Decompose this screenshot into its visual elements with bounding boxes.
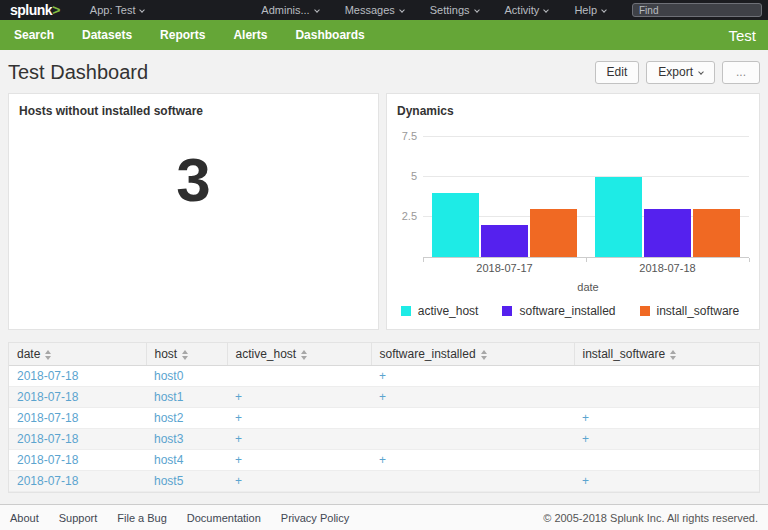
- bar-software-installed-2018-07-18[interactable]: [644, 209, 691, 257]
- table-cell-software-installed: [371, 408, 574, 429]
- table-cell-install-software: [574, 450, 759, 471]
- footer-links: AboutSupportFile a BugDocumentationPriva…: [10, 512, 369, 524]
- bar-groups: [423, 126, 749, 257]
- table-cell-date: 2018-07-18: [9, 450, 146, 471]
- topbar-menu-settings[interactable]: Settings: [430, 4, 479, 16]
- legend-item-active-host[interactable]: active_host: [401, 304, 479, 318]
- cell-link[interactable]: host0: [154, 369, 183, 383]
- footer-link-privacy-policy[interactable]: Privacy Policy: [281, 512, 349, 524]
- nav-item-dashboards[interactable]: Dashboards: [281, 20, 378, 50]
- cell-link[interactable]: host2: [154, 411, 183, 425]
- export-button-label: Export: [658, 65, 693, 79]
- legend-item-install-software[interactable]: install_software: [640, 304, 740, 318]
- chevron-down-icon: [601, 7, 607, 13]
- y-tick-label: 7.5: [389, 130, 417, 142]
- x-tick-label-2018-07-17: 2018-07-17: [423, 258, 586, 274]
- x-tick-label-2018-07-18: 2018-07-18: [586, 258, 749, 274]
- cell-link[interactable]: host1: [154, 390, 183, 404]
- cell-link[interactable]: +: [235, 411, 242, 425]
- column-header-label: software_installed: [380, 347, 476, 361]
- page-title: Test Dashboard: [8, 61, 148, 84]
- export-button[interactable]: Export: [646, 61, 715, 84]
- cell-link[interactable]: host4: [154, 453, 183, 467]
- cell-link[interactable]: +: [235, 432, 242, 446]
- bar-install-software-2018-07-17[interactable]: [530, 209, 577, 257]
- cell-link[interactable]: +: [379, 453, 386, 467]
- bar-group-2018-07-18: [586, 126, 749, 257]
- bar-active-host-2018-07-18[interactable]: [595, 177, 642, 257]
- chevron-down-icon: [544, 7, 550, 13]
- bar-install-software-2018-07-18[interactable]: [693, 209, 740, 257]
- nav-item-alerts[interactable]: Alerts: [219, 20, 281, 50]
- column-header-active-host[interactable]: active_host: [227, 343, 371, 366]
- bar-software-installed-2018-07-17[interactable]: [481, 225, 528, 257]
- cell-link[interactable]: +: [235, 474, 242, 488]
- sort-up-arrow-icon: [670, 350, 676, 354]
- cell-link[interactable]: 2018-07-18: [17, 474, 78, 488]
- cell-link[interactable]: host5: [154, 474, 183, 488]
- topbar-menu-activity[interactable]: Activity: [505, 4, 549, 16]
- table-cell-install-software: [574, 387, 759, 408]
- sort-down-arrow-icon: [301, 356, 307, 360]
- cell-link[interactable]: +: [582, 474, 589, 488]
- footer-link-support[interactable]: Support: [59, 512, 98, 524]
- table-cell-active-host: +: [227, 387, 371, 408]
- cell-link[interactable]: 2018-07-18: [17, 369, 78, 383]
- footer-link-about[interactable]: About: [10, 512, 39, 524]
- topbar-menu-adminis[interactable]: Adminis...: [261, 4, 318, 16]
- cell-link[interactable]: +: [582, 432, 589, 446]
- cell-link[interactable]: +: [379, 390, 386, 404]
- table-cell-software-installed: [371, 429, 574, 450]
- navbar-app-name: Test: [728, 27, 768, 44]
- bar-active-host-2018-07-17[interactable]: [432, 193, 479, 257]
- cell-link[interactable]: +: [379, 369, 386, 383]
- cell-link[interactable]: 2018-07-18: [17, 453, 78, 467]
- cell-link[interactable]: host3: [154, 432, 183, 446]
- column-header-software-installed[interactable]: software_installed: [371, 343, 574, 366]
- column-header-install-software[interactable]: install_software: [574, 343, 759, 366]
- cell-link[interactable]: +: [235, 390, 242, 404]
- topbar-menu-help[interactable]: Help: [574, 4, 606, 16]
- table-cell-install-software: +: [574, 408, 759, 429]
- footer-link-documentation[interactable]: Documentation: [187, 512, 261, 524]
- column-header-label: install_software: [583, 347, 666, 361]
- legend-swatch-icon: [502, 306, 512, 316]
- y-tick-label: 5: [389, 170, 417, 182]
- app-menu[interactable]: App: Test: [90, 4, 145, 16]
- cell-link[interactable]: +: [582, 411, 589, 425]
- single-value-result: 3: [9, 144, 378, 215]
- column-header-host[interactable]: host: [146, 343, 227, 366]
- cell-link[interactable]: 2018-07-18: [17, 411, 78, 425]
- chevron-down-icon: [399, 7, 405, 13]
- table-row: 2018-07-18host4++: [9, 450, 759, 471]
- chart-panel-title: Dynamics: [387, 94, 759, 118]
- splunk-logo[interactable]: splunk>: [10, 2, 60, 18]
- find-input[interactable]: [632, 3, 762, 17]
- more-actions-button[interactable]: ...: [722, 61, 760, 84]
- x-axis-tick: [423, 258, 424, 262]
- cell-link[interactable]: 2018-07-18: [17, 390, 78, 404]
- cell-link[interactable]: 2018-07-18: [17, 432, 78, 446]
- legend-item-software-installed[interactable]: software_installed: [502, 304, 615, 318]
- footer-link-file-a-bug[interactable]: File a Bug: [117, 512, 167, 524]
- table-row: 2018-07-18host2++: [9, 408, 759, 429]
- table-cell-active-host: +: [227, 471, 371, 492]
- cell-link[interactable]: +: [235, 453, 242, 467]
- chart-legend: active_hostsoftware_installedinstall_sof…: [387, 304, 753, 318]
- sort-icon: [481, 350, 487, 360]
- splunk-logo-text: splunk: [10, 2, 52, 18]
- nav-item-datasets[interactable]: Datasets: [68, 20, 146, 50]
- table-panel: datehostactive_hostsoftware_installedins…: [8, 342, 760, 493]
- nav-item-search[interactable]: Search: [0, 20, 68, 50]
- sort-icon: [182, 350, 188, 360]
- results-table: datehostactive_hostsoftware_installedins…: [9, 343, 759, 492]
- sort-icon: [45, 350, 51, 360]
- nav-item-reports[interactable]: Reports: [146, 20, 219, 50]
- topbar-menus: Adminis...MessagesSettingsActivityHelp: [261, 4, 632, 16]
- column-header-date[interactable]: date: [9, 343, 146, 366]
- table-cell-active-host: +: [227, 450, 371, 471]
- edit-button[interactable]: Edit: [595, 61, 640, 84]
- table-row: 2018-07-18host5++: [9, 471, 759, 492]
- topbar-menu-messages[interactable]: Messages: [345, 4, 404, 16]
- legend-swatch-icon: [401, 306, 411, 316]
